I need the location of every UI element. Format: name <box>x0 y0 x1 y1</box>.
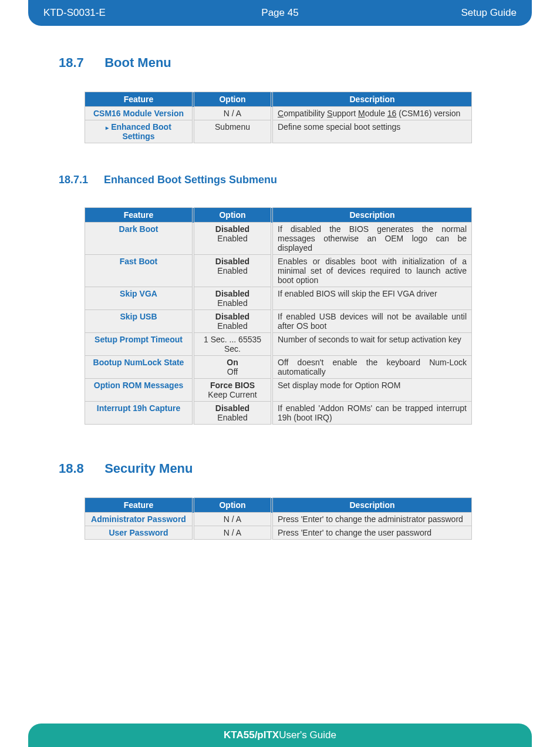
cell-option: DisabledEnabled <box>193 287 272 310</box>
table-security-menu: Feature Option Description Administrator… <box>85 497 472 540</box>
col-feature: Feature <box>85 498 194 513</box>
cell-description: If disabled the BIOS generates the norma… <box>272 223 472 255</box>
cell-feature: ▸Enhanced BootSettings <box>85 120 194 143</box>
table-row: ▸Enhanced BootSettingsSubmenuDefine some… <box>85 120 472 143</box>
col-description: Description <box>272 498 472 513</box>
footer-suffix: User's Guide <box>279 729 336 741</box>
cell-option: 1 Sec. ... 65535 Sec. <box>193 333 272 356</box>
cell-feature: Skip USB <box>85 310 194 333</box>
table-enhanced-boot: Feature Option Description Dark BootDisa… <box>85 207 472 425</box>
col-description: Description <box>272 92 472 107</box>
cell-option: DisabledEnabled <box>193 223 272 255</box>
col-option: Option <box>193 208 272 223</box>
page-header: KTD-S0031-E Page 45 Setup Guide <box>28 0 532 26</box>
table-row: Skip USBDisabledEnabledIf enabled USB de… <box>85 310 472 333</box>
cell-option: DisabledEnabled <box>193 402 272 425</box>
cell-description: Off doesn't enable the keyboard Num-Lock… <box>272 356 472 379</box>
cell-description: Define some special boot settings <box>272 120 472 143</box>
table-row: Option ROM MessagesForce BIOSKeep Curren… <box>85 379 472 402</box>
table-header-row: Feature Option Description <box>85 208 472 223</box>
section-heading-boot-menu: 18.7 Boot Menu <box>59 55 501 70</box>
section-title: Security Menu <box>104 461 193 476</box>
cell-description: Press 'Enter' to change the user passwor… <box>272 526 472 540</box>
table-row: Setup Prompt Timeout1 Sec. ... 65535 Sec… <box>85 333 472 356</box>
table-row: User PasswordN / APress 'Enter' to chang… <box>85 526 472 540</box>
page-footer: KTA55/pITX User's Guide <box>28 724 532 747</box>
section-heading-security-menu: 18.8 Security Menu <box>59 461 501 476</box>
cell-description: Press 'Enter' to change the administrato… <box>272 513 472 526</box>
cell-feature: CSM16 Module Version <box>85 107 194 120</box>
cell-option: N / A <box>193 513 272 526</box>
cell-description: If enabled USB devices will not be avail… <box>272 310 472 333</box>
table-header-row: Feature Option Description <box>85 498 472 513</box>
cell-feature: Bootup NumLock State <box>85 356 194 379</box>
cell-option: DisabledEnabled <box>193 255 272 287</box>
section-title: Boot Menu <box>104 55 171 70</box>
section-title: Enhanced Boot Settings Submenu <box>104 174 277 186</box>
cell-feature: Interrupt 19h Capture <box>85 402 194 425</box>
cell-option: Submenu <box>193 120 272 143</box>
col-option: Option <box>193 92 272 107</box>
cell-description: If enabled 'Addon ROMs' can be trapped i… <box>272 402 472 425</box>
table-row: Fast BootDisabledEnabledEnables or disab… <box>85 255 472 287</box>
cell-description: Set display mode for Option ROM <box>272 379 472 402</box>
cell-feature: Setup Prompt Timeout <box>85 333 194 356</box>
table-row: Skip VGADisabledEnabledIf enabled BIOS w… <box>85 287 472 310</box>
table-row: Dark BootDisabledEnabledIf disabled the … <box>85 223 472 255</box>
col-option: Option <box>193 498 272 513</box>
cell-description: Enables or disables boot with initializa… <box>272 255 472 287</box>
cell-feature: Skip VGA <box>85 287 194 310</box>
cell-feature: Option ROM Messages <box>85 379 194 402</box>
col-feature: Feature <box>85 92 194 107</box>
cell-description: Number of seconds to wait for setup acti… <box>272 333 472 356</box>
cell-description: If enabled BIOS will skip the EFI VGA dr… <box>272 287 472 310</box>
cell-feature: Administrator Password <box>85 513 194 526</box>
table-row: Administrator PasswordN / APress 'Enter'… <box>85 513 472 526</box>
header-doc-id: KTD-S0031-E <box>43 7 106 19</box>
cell-feature: Fast Boot <box>85 255 194 287</box>
section-number: 18.8 <box>59 461 101 476</box>
col-feature: Feature <box>85 208 194 223</box>
table-header-row: Feature Option Description <box>85 92 472 107</box>
cell-option: N / A <box>193 107 272 120</box>
cell-feature: Dark Boot <box>85 223 194 255</box>
footer-product: KTA55/pITX <box>224 729 279 741</box>
section-number: 18.7.1 <box>59 174 101 186</box>
col-description: Description <box>272 208 472 223</box>
cell-option: DisabledEnabled <box>193 310 272 333</box>
cell-option: OnOff <box>193 356 272 379</box>
cell-option: N / A <box>193 526 272 540</box>
cell-description: Compatibility Support Module 16 (CSM16) … <box>272 107 472 120</box>
cell-option: Force BIOSKeep Current <box>193 379 272 402</box>
table-row: CSM16 Module VersionN / ACompatibility S… <box>85 107 472 120</box>
table-row: Interrupt 19h CaptureDisabledEnabledIf e… <box>85 402 472 425</box>
section-heading-enhanced-boot: 18.7.1 Enhanced Boot Settings Submenu <box>59 174 501 186</box>
header-doc-type: Setup Guide <box>461 7 517 19</box>
section-number: 18.7 <box>59 55 101 70</box>
table-boot-menu: Feature Option Description CSM16 Module … <box>85 92 472 143</box>
cell-feature: User Password <box>85 526 194 540</box>
table-row: Bootup NumLock StateOnOffOff doesn't ena… <box>85 356 472 379</box>
